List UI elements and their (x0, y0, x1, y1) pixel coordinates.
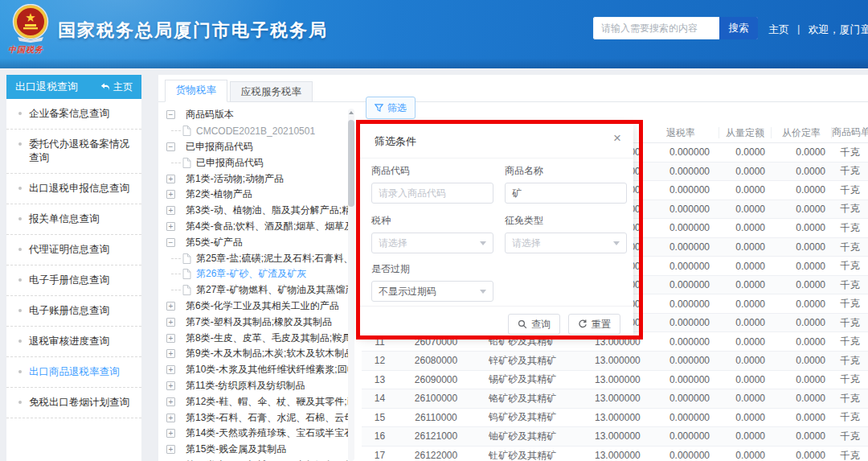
tree-expand-icon[interactable]: + (166, 349, 175, 358)
expired-label: 是否过期 (371, 262, 493, 276)
tree-item[interactable]: +第16类-机器、机械器具、电气设备及其零件;录 (166, 458, 348, 461)
tree-item[interactable]: +第4类-食品;饮料、酒及醋;烟草、烟草及烟草代 (166, 219, 348, 235)
sidebar-item[interactable]: 出口商品退税率查询 (6, 357, 141, 388)
tree-expand-icon[interactable]: + (166, 334, 175, 343)
table-cell: 11 (362, 336, 398, 348)
sidebar-item[interactable]: 退税审核进度查询 (6, 327, 141, 357)
table-cell: 26121000 (398, 430, 474, 442)
tree-collapse-icon[interactable]: − (166, 110, 175, 119)
tree-item[interactable]: +第11类-纺织原料及纺织制品 (166, 378, 348, 394)
page: ★ 中国税务 国家税务总局厦门市电子税务局 搜索 主页 | 欢迎，厦门童 出口退… (0, 0, 868, 461)
expired-select[interactable]: 不显示过期码 (371, 281, 493, 302)
tree-expand-icon[interactable]: + (166, 381, 175, 390)
commodity-name-input[interactable]: 矿 (505, 183, 627, 204)
commodity-name-value: 矿 (512, 187, 522, 200)
commodity-code-input[interactable]: 请录入商品代码 (371, 183, 493, 204)
tree-expand-icon[interactable]: + (166, 175, 175, 183)
sidebar-header: 出口退税查询 主页 (6, 75, 141, 99)
table-cell: 0.000000 (643, 355, 719, 366)
tree-item[interactable]: +第10类-木浆及其他纤维状纤维素浆;回收（废碎 (166, 362, 348, 378)
tree-item[interactable]: +第6类-化学工业及其相关工业的产品 (166, 298, 348, 315)
exempt-type-select[interactable]: 请选择 (505, 233, 627, 253)
table-cell: 26070000 (398, 336, 474, 348)
tree-expand-icon[interactable]: + (166, 397, 175, 406)
tree-expand-icon[interactable]: + (166, 302, 175, 311)
tree-item[interactable]: 第25章-盐;硫磺;泥土及石料;石膏料、石灰 (166, 250, 348, 266)
search-button[interactable]: 搜索 (719, 17, 758, 39)
search-input[interactable] (594, 18, 719, 39)
sidebar-item[interactable]: 委托代办退税备案情况查询 (6, 130, 141, 174)
table-cell: 0.0000 (772, 298, 832, 310)
tree-item[interactable]: +第12类-鞋、帽、伞、杖、鞭及其零件;已加工的 (166, 393, 348, 410)
table-cell: 0.000000 (643, 430, 719, 442)
filter-dialog: 筛选条件 × 商品代码 请录入商品代码 商品名称 矿 税种 请选择 征免类型 请… (360, 124, 633, 336)
sidebar-home-button[interactable]: 主页 (100, 80, 133, 94)
chevron-down-icon (480, 290, 486, 294)
table-cell: 0.0000 (719, 430, 772, 442)
tree-item[interactable]: 已申报商品代码 (166, 154, 348, 171)
scroll-up-icon[interactable] (349, 111, 354, 114)
close-icon[interactable]: × (613, 131, 621, 145)
tree-item[interactable]: +第15类-贱金属及其制品 (166, 442, 348, 458)
tree-item-label: 第27章-矿物燃料、矿物油及其蒸馏产品;沥 (196, 283, 348, 297)
tree-item-label: 第11类-纺织原料及纺织制品 (186, 379, 305, 393)
tree-item[interactable]: −已申报商品代码 (166, 139, 348, 155)
tree-item[interactable]: +第13类-石料、石膏、水泥、石棉、云母及类似材 (166, 410, 348, 426)
tree-item[interactable]: CMCODE2021B_20210501 (166, 123, 348, 139)
scrollbar-thumb[interactable] (348, 120, 354, 207)
tree-expand-icon[interactable]: + (166, 206, 175, 215)
tree-collapse-icon[interactable]: − (166, 238, 175, 247)
tree-collapse-icon[interactable]: − (166, 142, 175, 151)
home-link[interactable]: 主页 (768, 23, 789, 37)
column-header: 商品码单位 (832, 126, 868, 139)
tax-type-select[interactable]: 请选择 (371, 233, 493, 253)
tree-expand-icon[interactable]: + (166, 365, 175, 374)
query-button[interactable]: 查询 (508, 314, 560, 335)
sidebar-item[interactable]: 电子手册信息查询 (6, 265, 141, 296)
tree-expand-icon[interactable]: + (166, 190, 175, 199)
table-cell: 0.000000 (643, 374, 719, 385)
tree-item[interactable]: +第2类-植物产品 (166, 187, 348, 203)
expired-value: 不显示过期码 (379, 285, 436, 298)
tab[interactable]: 应税服务税率 (230, 81, 313, 102)
tree-item[interactable]: 第26章-矿砂、矿渣及矿灰 (166, 266, 348, 282)
tree-item[interactable]: +第9类-木及木制品;木炭;软木及软木制品;稻草、 (166, 346, 348, 362)
exempt-type-label: 征免类型 (505, 214, 627, 228)
tree-expand-icon[interactable]: + (166, 222, 175, 231)
table-row[interactable]: 1226080000锌矿砂及其精矿13.0000000.0000000.0000… (362, 352, 868, 371)
sidebar-item[interactable]: 出口退税申报信息查询 (6, 174, 141, 204)
tree-item-label: 第4类-食品;饮料、酒及醋;烟草、烟草及烟草代 (186, 220, 348, 233)
tree-scrollbar[interactable] (348, 109, 354, 461)
tree-connector (171, 163, 181, 163)
table-row[interactable]: 1626121000铀矿砂及其精矿13.0000000.0000000.0000… (362, 427, 868, 447)
sidebar-item[interactable]: 免税出口卷烟计划查询 (6, 388, 141, 418)
table-cell: 千克 (832, 164, 868, 178)
table-row[interactable]: 1726122000钍矿砂及其精矿13.0000000.0000000.0000… (362, 447, 868, 461)
tree-item-label: 第26章-矿砂、矿渣及矿灰 (196, 267, 306, 281)
table-row[interactable]: 1326090000锡矿砂及其精矿13.0000000.0000000.0000… (362, 371, 868, 390)
table-row[interactable]: 1426100000铬矿砂及其精矿13.0000000.0000000.0000… (362, 389, 868, 409)
tree-expand-icon[interactable]: + (166, 445, 175, 454)
tree-expand-icon[interactable]: + (166, 429, 175, 438)
sidebar-item[interactable]: 报关单信息查询 (6, 204, 141, 235)
tree-item[interactable]: +第7类-塑料及其制品;橡胶及其制品 (166, 314, 348, 330)
tree-item[interactable]: +第14类-天然或养殖珍珠、宝石或半宝石、贵金属 (166, 426, 348, 442)
tree-expand-icon[interactable]: + (166, 318, 175, 327)
tree-item[interactable]: −商品码版本 (166, 107, 348, 123)
tree-item[interactable]: −第5类-矿产品 (166, 234, 348, 250)
tree-item[interactable]: 第27章-矿物燃料、矿物油及其蒸馏产品;沥 (166, 282, 348, 298)
sidebar-item[interactable]: 代理证明信息查询 (6, 235, 141, 265)
table-cell: 13.000000 (595, 355, 643, 366)
tree-expand-icon[interactable]: + (166, 414, 175, 422)
tree-item[interactable]: +第1类-活动物;动物产品 (166, 171, 348, 187)
table-cell: 13.000000 (595, 393, 643, 404)
filter-button[interactable]: 筛选 (366, 97, 416, 119)
sidebar-item-label: 免税出口卷烟计划查询 (29, 396, 138, 410)
table-row[interactable]: 1526110000钨矿砂及其精矿13.0000000.0000000.0000… (362, 409, 868, 428)
sidebar-item[interactable]: 电子账册信息查询 (6, 296, 141, 327)
tree-item[interactable]: +第8类-生皮、皮革、毛皮及其制品;鞍具及挽具; (166, 330, 348, 346)
reset-button[interactable]: 重置 (568, 314, 620, 335)
tab[interactable]: 货物税率 (165, 80, 227, 102)
sidebar-item[interactable]: 企业备案信息查询 (6, 99, 141, 130)
tree-item[interactable]: +第3类-动、植物油、脂及其分解产品;精制的食用 (166, 203, 348, 219)
